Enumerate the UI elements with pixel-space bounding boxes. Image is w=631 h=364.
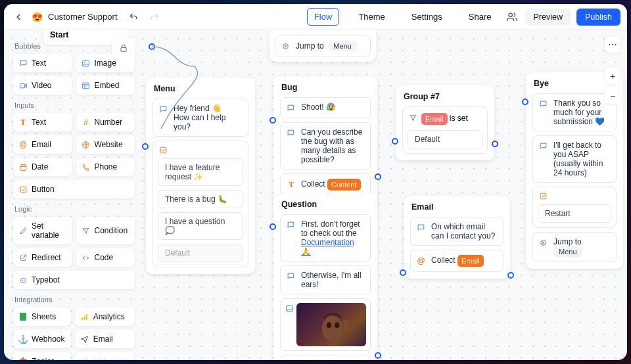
palette-input-button[interactable]: Button <box>13 180 135 198</box>
video-icon <box>18 81 28 90</box>
fragment-jumpto[interactable]: Jump to Menu <box>269 30 376 62</box>
group-menu[interactable]: Menu Hey friend 👋How can I help you? I h… <box>146 78 255 274</box>
group-title[interactable]: Group #7 <box>404 92 488 101</box>
collect-input[interactable]: 𝐓Collect Content <box>280 173 371 196</box>
buttons-block[interactable]: I have a feature request ✨ There is a bu… <box>152 141 248 267</box>
hash-icon: # <box>82 118 91 127</box>
palette-input-email[interactable]: @Email <box>13 135 72 154</box>
buttons-block[interactable]: Restart <box>532 187 617 228</box>
svg-rect-8 <box>20 278 26 283</box>
group-7[interactable]: Group #7 Email is set Default <box>396 85 494 160</box>
tab-settings[interactable]: Settings <box>404 8 450 26</box>
port[interactable] <box>507 272 514 279</box>
palette-logic-typebot[interactable]: Typebot <box>13 271 135 289</box>
tab-flow[interactable]: Flow <box>307 8 339 26</box>
palette-integ-email[interactable]: Email <box>75 330 135 348</box>
zoom-out-button[interactable]: − <box>605 88 620 104</box>
chat-icon <box>416 223 426 233</box>
palette-integ-make[interactable]: ///Make.com <box>75 352 135 360</box>
bubble-text[interactable]: First, don't forget to check out the Doc… <box>280 214 371 262</box>
checkbox-icon <box>18 185 28 194</box>
users-icon <box>507 12 517 22</box>
back-button[interactable] <box>11 9 26 25</box>
choice-default[interactable]: Default <box>158 244 243 262</box>
palette-bubble-text[interactable]: Text <box>13 54 72 72</box>
port[interactable] <box>269 117 276 124</box>
chat-icon <box>538 99 548 109</box>
preview-button[interactable]: Preview <box>525 9 571 26</box>
palette-integ-zapier[interactable]: ✱Zapier <box>13 352 71 360</box>
zoom-in-button[interactable]: + <box>605 68 620 84</box>
group-title[interactable]: Menu <box>154 84 248 93</box>
port[interactable] <box>375 173 381 180</box>
jump-to-row[interactable]: Jump to Menu <box>275 35 371 57</box>
bubble-text[interactable]: I'll get back to you ASAP (usually withi… <box>532 135 617 183</box>
port[interactable] <box>375 352 381 359</box>
svg-point-22 <box>335 322 339 328</box>
group-bug[interactable]: Bug Shoot! 😰 Can you describe the bug wi… <box>273 76 377 202</box>
palette-integ-webhook[interactable]: ⚓Webhook <box>13 330 71 348</box>
palette-logic-redirect[interactable]: Redirect <box>13 248 72 267</box>
publish-button[interactable]: Publish <box>576 9 620 26</box>
jump-to-row[interactable]: Jump to Menu <box>532 232 617 262</box>
group-title[interactable]: Email <box>411 202 503 212</box>
port[interactable] <box>142 143 149 150</box>
condition-block[interactable]: Email is set Default <box>402 106 488 154</box>
flow-canvas[interactable]: Start Bubbles Text Image Video Embed Inp… <box>4 30 627 360</box>
group-title[interactable]: Question <box>281 200 371 209</box>
choice-bug[interactable]: There is a bug 🐛 <box>158 190 243 208</box>
tab-theme[interactable]: Theme <box>351 8 392 26</box>
group-question[interactable]: Question First, don't forget to check ou… <box>273 193 377 360</box>
bubble-text[interactable]: Otherwise, I'm all ears! <box>280 265 371 294</box>
collect-input[interactable]: @Collect Email <box>410 250 503 272</box>
group-title[interactable]: Bug <box>281 83 371 92</box>
more-button[interactable]: ⋯ <box>605 37 620 53</box>
bubble-text[interactable]: On which email can I contact you? <box>410 217 503 246</box>
svg-rect-4 <box>83 83 89 89</box>
palette-input-text[interactable]: 𝐓Text <box>13 113 72 131</box>
bubble-text[interactable]: Hey friend 👋How can I help you? <box>152 99 248 137</box>
code-icon <box>82 253 91 262</box>
port[interactable] <box>400 269 406 276</box>
chat-icon <box>538 141 548 151</box>
palette-input-date[interactable]: Date <box>13 158 72 176</box>
choice-question[interactable]: I have a question 💭 <box>158 212 243 240</box>
palette-logic-code[interactable]: Code <box>76 248 135 267</box>
bubble-image[interactable] <box>280 298 371 351</box>
port[interactable] <box>149 43 155 50</box>
globe-icon <box>82 140 91 149</box>
bot-title[interactable]: Customer Support <box>48 12 118 22</box>
port[interactable] <box>522 99 528 105</box>
condition-default[interactable]: Default <box>408 130 482 148</box>
palette-bubble-video[interactable]: Video <box>13 76 72 95</box>
palette-integ-analytics[interactable]: Analytics <box>75 307 135 326</box>
bubble-text[interactable]: Thank you so much for your submission 💙 <box>532 93 617 131</box>
svg-rect-11 <box>20 313 26 321</box>
redo-button[interactable] <box>147 9 162 25</box>
svg-rect-6 <box>20 164 26 170</box>
palette-input-website[interactable]: Website <box>76 135 135 154</box>
palette-bubble-image[interactable]: Image <box>76 54 135 72</box>
tab-share[interactable]: Share <box>461 8 499 26</box>
palette-input-number[interactable]: #Number <box>76 113 135 131</box>
palette-integ-sheets[interactable]: Sheets <box>13 307 71 326</box>
bubble-text[interactable]: Can you describe the bug with as many de… <box>280 122 371 170</box>
group-email[interactable]: Email On which email can I contact you? … <box>404 196 510 279</box>
bubble-text[interactable]: Shoot! 😰 <box>280 97 371 118</box>
port[interactable] <box>269 223 276 230</box>
collect-input[interactable]: 𝐓Collect Content <box>280 355 371 360</box>
undo-button[interactable] <box>126 9 141 25</box>
palette-logic-setvariable[interactable]: Set variable <box>13 217 72 244</box>
bubble-text-content: Hey friend 👋How can I help you? <box>174 104 243 131</box>
port[interactable] <box>392 138 398 145</box>
collaborators-button[interactable] <box>504 9 520 25</box>
palette-input-phone[interactable]: Phone <box>76 158 135 176</box>
palette-bubble-embed[interactable]: Embed <box>76 76 135 95</box>
palette-section-bubbles: Bubbles <box>14 42 135 50</box>
choice-restart[interactable]: Restart <box>538 204 611 223</box>
svg-rect-12 <box>82 317 83 319</box>
port[interactable] <box>492 141 498 147</box>
palette-logic-condition[interactable]: Condition <box>76 217 135 244</box>
documentation-link[interactable]: Documentation 🙏 <box>301 238 354 256</box>
choice-feature[interactable]: I have a feature request ✨ <box>158 158 243 186</box>
